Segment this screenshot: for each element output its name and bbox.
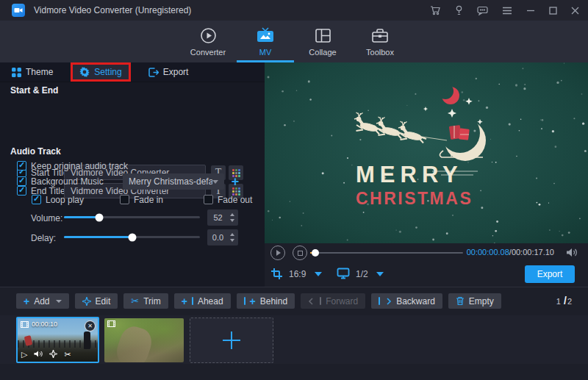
screen-icon[interactable] [337, 268, 350, 282]
forward-button[interactable]: Forward [301, 293, 365, 309]
clip2-overlay [107, 320, 115, 327]
arrow-up-icon[interactable] [230, 213, 234, 216]
timeline-clip-1[interactable]: 00:00:10 ✕ ▷ ✂ [16, 317, 99, 363]
edit-button[interactable]: Edit [75, 293, 118, 309]
export-button[interactable]: Export [525, 265, 575, 283]
delay-slider-thumb[interactable] [128, 233, 136, 241]
fade-in-checkbox[interactable] [120, 195, 129, 204]
edit-label: Edit [96, 296, 111, 306]
volume-slider-thumb[interactable] [96, 213, 104, 221]
minimize-button[interactable] [526, 6, 535, 15]
aspect-ratio-caret[interactable] [315, 272, 322, 276]
end-title-checkbox[interactable] [17, 186, 26, 196]
section-audio-track: Audio Track [10, 146, 61, 157]
section-start-end: Start & End [10, 85, 58, 96]
volume-speaker-icon[interactable] [566, 247, 578, 260]
spinner-arrows[interactable] [229, 213, 238, 222]
seek-bar[interactable] [310, 252, 463, 254]
volume-value: 52 [207, 213, 229, 222]
arrow-down-icon[interactable] [230, 239, 234, 242]
volume-spinner[interactable]: 52 [207, 209, 238, 226]
feedback-icon[interactable] [477, 6, 488, 15]
fade-out-checkbox[interactable] [204, 195, 213, 204]
arrow-up-icon[interactable] [230, 233, 234, 236]
stop-button[interactable] [293, 245, 307, 260]
preview-title-merry: MERRY [356, 162, 463, 187]
delay-spinner[interactable]: 0.0 [207, 229, 238, 245]
tab-toolbox-label: Toolbox [366, 48, 394, 57]
add-clip-plus-icon [223, 331, 240, 349]
forward-label: Forward [326, 296, 358, 306]
tab-collage[interactable]: Collage [294, 21, 351, 62]
empty-button[interactable]: Empty [448, 293, 501, 309]
chevron-right-icon [384, 297, 392, 306]
trash-icon [456, 296, 465, 306]
scissors-icon: ✂ [131, 296, 139, 306]
backward-label: Backward [396, 296, 435, 306]
bar-icon [379, 297, 380, 305]
add-music-button[interactable]: + [228, 174, 243, 189]
tab-converter[interactable]: Converter [179, 21, 237, 62]
tab-converter-label: Converter [190, 48, 226, 57]
bulb-icon[interactable] [455, 5, 463, 15]
timeline-add-slot[interactable] [190, 318, 273, 363]
stop-icon [298, 251, 303, 256]
behind-label: Behind [260, 296, 287, 306]
volume-slider[interactable] [64, 216, 200, 218]
menu-icon[interactable] [502, 7, 512, 15]
tab-toolbox[interactable]: Toolbox [351, 21, 409, 62]
tab-mv[interactable]: MV [237, 21, 294, 62]
app-logo-icon [12, 4, 25, 17]
film-icon [107, 320, 115, 327]
maximize-button[interactable] [549, 7, 557, 15]
background-music-checkbox[interactable] [17, 176, 26, 186]
clip1-figure-dark [84, 331, 90, 349]
close-button[interactable] [571, 7, 579, 15]
fade-in-label: Fade in [134, 195, 163, 205]
add-button[interactable]: + Add [16, 293, 69, 309]
arrow-down-icon[interactable] [230, 219, 234, 222]
cart-icon[interactable] [430, 5, 441, 15]
clip-toolbar: + Add Edit ✂ Trim + Ahead + Behind [16, 293, 501, 309]
timeline-clip-2[interactable] [104, 318, 184, 362]
clip-audio-icon[interactable] [34, 350, 43, 359]
panel-tabs: Theme Setting Export [0, 62, 265, 82]
tab-theme[interactable]: Theme [12, 67, 53, 77]
behind-button[interactable]: + Behind [237, 293, 295, 309]
bar-icon [320, 297, 321, 305]
tab-setting annotation-red-box[interactable]: Setting [71, 62, 130, 82]
aspect-ratio-icon[interactable] [270, 268, 283, 282]
loop-play-checkbox[interactable] [32, 195, 41, 204]
background-music-label: Background Music [31, 176, 104, 187]
page-current: 1 [556, 297, 561, 306]
video-preview[interactable]: MERRY CHRISTMAS [265, 62, 588, 243]
clip-trim-icon[interactable]: ✂ [64, 350, 71, 359]
ahead-button[interactable]: + Ahead [174, 293, 231, 309]
keep-original-checkbox[interactable] [17, 161, 26, 171]
clip1-duration: 00:00:10 [32, 320, 57, 328]
screen-page-caret[interactable] [376, 272, 384, 276]
tab-theme-label: Theme [26, 67, 53, 77]
plus-icon: + [250, 296, 256, 306]
spinner-arrows[interactable] [229, 233, 238, 242]
clip-play-icon[interactable]: ▷ [21, 350, 27, 359]
backward-button[interactable]: Backward [371, 293, 442, 309]
tab-mv-label: MV [259, 48, 272, 57]
seek-thumb[interactable] [312, 249, 319, 257]
clip2-trail [113, 323, 156, 362]
clip1-close-button[interactable]: ✕ [85, 320, 96, 331]
edit-sparkle-icon [82, 297, 91, 306]
loop-play-label: Loop play [46, 195, 84, 205]
tab-export[interactable]: Export [148, 67, 189, 77]
trim-button[interactable]: ✂ Trim [123, 293, 168, 309]
volume-label: Volume: [31, 213, 62, 223]
christmas-scene: MERRY CHRISTMAS [265, 62, 588, 243]
delay-slider[interactable] [64, 236, 200, 238]
play-button[interactable] [270, 245, 285, 260]
add-label: Add [34, 296, 49, 306]
clip-edit-icon[interactable] [49, 350, 57, 359]
clip2-thumbnail [104, 318, 184, 362]
preview-title-christmas: CHRISTMAS [356, 189, 473, 208]
background-music-select[interactable]: Merry Christmas-default [123, 173, 224, 190]
chevron-down-icon [56, 300, 62, 303]
